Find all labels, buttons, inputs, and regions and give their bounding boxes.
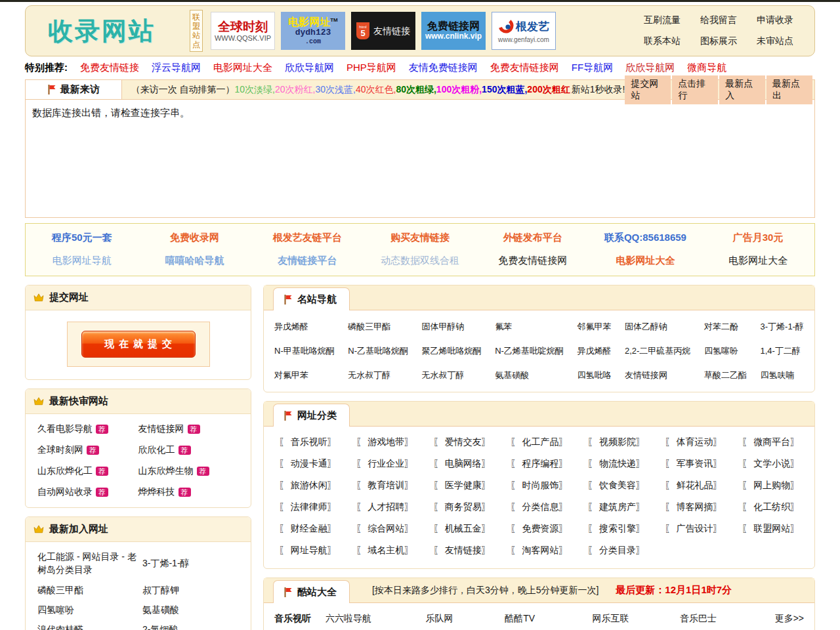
cool-site-link[interactable]: 酷酷TV <box>505 613 592 625</box>
fast-review-link[interactable]: 山东欣烨化工 <box>37 465 93 476</box>
header-nav-link[interactable]: 联系本站 <box>644 35 681 47</box>
category-link[interactable]: 〖 网上购物〗 <box>732 480 809 492</box>
visitors-tab[interactable]: 最新点入 <box>719 75 765 104</box>
category-link[interactable]: 〖 饮食美容〗 <box>578 480 655 492</box>
recommend-link[interactable]: PHP导航网 <box>346 62 396 74</box>
recommend-link[interactable]: 免费友情链接网 <box>490 62 559 74</box>
category-link[interactable]: 〖 爱情交友〗 <box>423 436 501 448</box>
header-nav-link[interactable]: 互刷流量 <box>644 14 681 26</box>
submit-now-button[interactable]: 现在就提交 <box>81 331 196 358</box>
fast-review-link[interactable]: 久看电影导航 <box>37 423 93 434</box>
category-link[interactable]: 〖 分类目录〗 <box>578 545 655 556</box>
fast-review-link[interactable]: 友情链接网 <box>138 423 184 434</box>
category-link[interactable]: 〖 淘客网站〗 <box>501 545 578 556</box>
category-link[interactable]: 〖 鲜花礼品〗 <box>655 480 732 492</box>
category-link[interactable]: 〖 博客网摘〗 <box>655 501 732 513</box>
latest-site-link[interactable]: 氨基磺酸 <box>142 603 239 616</box>
famous-nav-link[interactable]: 异戊烯醛 <box>577 345 611 357</box>
fast-review-link[interactable]: 自动网站收录 <box>37 486 93 497</box>
ad-link[interactable]: 根发艺友链平台 <box>251 232 364 244</box>
category-link[interactable]: 〖 文学小说〗 <box>732 458 809 470</box>
ad-link[interactable]: 购买友情链接 <box>364 232 476 244</box>
category-link[interactable]: 〖 商务贸易〗 <box>423 501 501 513</box>
ad-link[interactable]: 联系QQ:85618659 <box>589 232 702 244</box>
more-link[interactable]: 更多>> <box>763 613 804 625</box>
famous-nav-link[interactable]: 对苯二酚 <box>704 321 747 333</box>
famous-nav-link[interactable]: 四氢噻吩 <box>704 345 747 357</box>
category-link[interactable]: 〖 旅游休闲〗 <box>269 480 346 492</box>
latest-site-link[interactable]: 2-氯烟酸 <box>142 623 239 630</box>
famous-nav-link[interactable]: 邻氟甲苯 <box>577 321 611 333</box>
category-link[interactable]: 〖 建筑房产〗 <box>578 501 655 513</box>
banner-cnlink[interactable]: 免费链接网 www.cnlink.vip <box>421 12 486 50</box>
visitors-tab[interactable]: 提交网站 <box>625 75 671 104</box>
banner-genfayi[interactable]: 根发艺 www.genfayi.com <box>492 12 556 50</box>
banner-html5-links[interactable]: html5 友情链接 <box>351 12 415 50</box>
latest-site-link[interactable]: 磷酸三甲酯 <box>37 583 137 597</box>
category-link[interactable]: 〖 视频影院〗 <box>578 436 655 448</box>
category-link[interactable]: 〖 化工纺织〗 <box>732 501 809 513</box>
famous-nav-link[interactable]: 对氟甲苯 <box>274 369 335 381</box>
famous-nav-link[interactable]: 固体甲醇钠 <box>422 321 482 333</box>
category-link[interactable]: 〖 分类信息〗 <box>501 501 578 513</box>
banner-dydh123[interactable]: 电影网址TM dydh123 .com <box>281 12 345 50</box>
recommend-link[interactable]: 免费友情链接 <box>80 62 139 74</box>
category-link[interactable]: 〖 医学健康〗 <box>423 480 501 492</box>
ad-link[interactable]: 外链发布平台 <box>476 232 589 244</box>
header-nav-link[interactable]: 给我留言 <box>700 14 737 26</box>
category-link[interactable]: 〖 体育运动〗 <box>655 436 732 448</box>
category-link[interactable]: 〖 军事资讯〗 <box>655 458 732 470</box>
recommend-link[interactable]: 浮云导航网 <box>152 62 201 74</box>
ad-link[interactable]: 免费收录网 <box>138 232 251 244</box>
famous-nav-link[interactable]: 异戊烯醛 <box>274 321 335 333</box>
category-link[interactable]: 〖 化工产品〗 <box>501 436 578 448</box>
recommend-link[interactable]: 欣欣导航网 <box>625 62 675 74</box>
famous-nav-link[interactable]: 四氢呋喃 <box>761 369 804 381</box>
famous-nav-link[interactable]: 3-丁烯-1-醇 <box>761 321 804 333</box>
union-sites-box[interactable]: 联盟站点 <box>190 10 203 52</box>
category-link[interactable]: 〖 电脑网络〗 <box>423 458 501 470</box>
category-link[interactable]: 〖 程序编程〗 <box>501 458 578 470</box>
category-link[interactable]: 〖 游戏地带〗 <box>346 436 424 448</box>
banner-qqsk[interactable]: 全球时刻 WWW.QQSK.VIP <box>211 12 275 50</box>
fast-review-link[interactable]: 欣欣化工 <box>138 444 175 455</box>
famous-nav-link[interactable]: N-甲基吡咯烷酮 <box>274 345 335 357</box>
category-link[interactable]: 〖 机械五金〗 <box>423 523 501 535</box>
recommend-link[interactable]: 微商导航 <box>687 62 726 74</box>
recommend-link[interactable]: 欣欣导航网 <box>285 62 334 74</box>
ad-link[interactable]: 程序50元一套 <box>26 232 138 244</box>
header-nav-link[interactable]: 申请收录 <box>757 14 793 26</box>
recommend-link[interactable]: 友情免费链接网 <box>409 62 478 74</box>
header-nav-link[interactable]: 未审站点 <box>757 35 793 47</box>
ad-link[interactable]: 动态数据双线合租 <box>364 255 476 267</box>
category-link[interactable]: 〖 时尚服饰〗 <box>501 480 578 492</box>
fast-review-link[interactable]: 烨烨科技 <box>138 486 175 497</box>
cool-site-link[interactable]: 音乐巴士 <box>680 613 763 625</box>
latest-site-link[interactable]: 3-丁烯-1-醇 <box>142 556 239 570</box>
famous-nav-link[interactable]: 磷酸三甲酯 <box>348 321 408 333</box>
site-logo[interactable]: 收录网站 <box>48 14 156 48</box>
category-link[interactable]: 〖 免费资源〗 <box>501 523 578 535</box>
category-link[interactable]: 〖 教育培训〗 <box>346 480 424 492</box>
famous-nav-link[interactable]: 友情链接网 <box>625 369 690 381</box>
fast-review-link[interactable]: 全球时刻网 <box>37 444 83 455</box>
category-link[interactable]: 〖 广告设计〗 <box>655 523 732 535</box>
ad-link[interactable]: 电影网址导航 <box>26 255 138 267</box>
visitors-tab[interactable]: 最新点出 <box>766 75 812 104</box>
latest-site-link[interactable]: 溴代肉桂醛 <box>37 623 137 630</box>
category-link[interactable]: 〖 行业企业〗 <box>346 458 424 470</box>
famous-nav-link[interactable]: 1,4-丁二醇 <box>761 345 804 357</box>
latest-site-link[interactable]: 叔丁醇钾 <box>142 583 239 597</box>
famous-nav-link[interactable]: 无水叔丁醇 <box>422 369 482 381</box>
category-link[interactable]: 〖 网址导航〗 <box>269 545 346 556</box>
ad-link[interactable]: 免费友情链接网 <box>476 255 589 267</box>
recommend-link[interactable]: 电影网址大全 <box>213 62 272 74</box>
latest-site-link[interactable]: 化工能源 - 网站目录 - 老树岛分类目录 <box>37 550 137 577</box>
visitors-tab[interactable]: 点击排行 <box>672 75 718 104</box>
category-link[interactable]: 〖 综合网站〗 <box>346 523 424 535</box>
ad-link[interactable]: 友情链接平台 <box>251 255 364 267</box>
fast-review-link[interactable]: 山东欣烨生物 <box>138 465 194 476</box>
ad-link[interactable]: 嘻嘻哈哈导航 <box>138 255 251 267</box>
cool-site-link[interactable]: 乐队网 <box>425 613 505 625</box>
ad-link[interactable]: 广告月30元 <box>702 232 814 244</box>
